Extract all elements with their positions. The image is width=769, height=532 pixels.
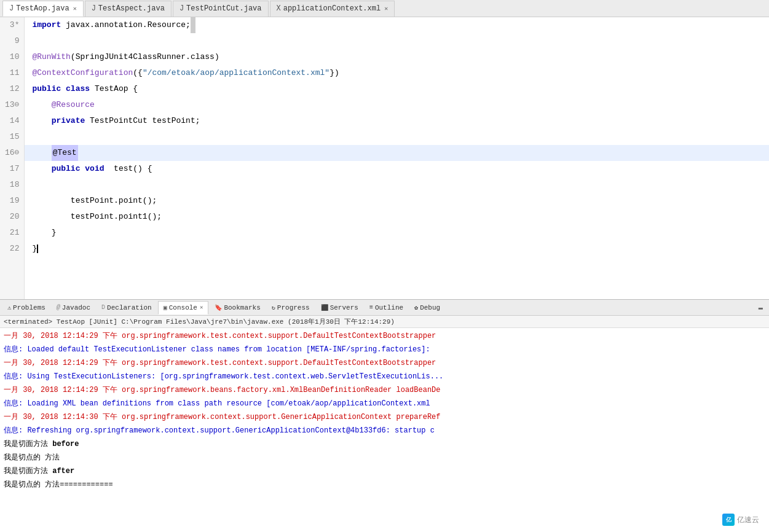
console-icon: ▣ [164, 304, 167, 311]
line-num-22: 22 [5, 241, 19, 257]
console-line-10: 我是切点的 方法 [0, 451, 769, 464]
console-line-4: 信息: Using TestExecutionListeners: [org.s… [0, 370, 769, 383]
tab-label-bookmarks: Bookmarks [224, 304, 260, 311]
line-num-19: 19 [5, 193, 19, 209]
code-area[interactable]: import javax.annotation.Resource; @RunWi… [25, 17, 769, 299]
console-line-1: 一月 30, 2018 12:14:29 下午 org.springframew… [0, 329, 769, 343]
code-line-13: @Resource [25, 97, 769, 113]
line-num-11: 11 [5, 65, 19, 81]
code-line-9 [25, 33, 769, 49]
java-file-icon: J [9, 4, 14, 13]
code-line-15 [25, 129, 769, 145]
tab-label-declaration: Declaration [107, 304, 152, 311]
tab-label-testPointCut: TestPointCut.java [186, 4, 261, 13]
tab-debug[interactable]: ✿ Debug [409, 301, 445, 315]
line-num-10: 10 [5, 49, 19, 65]
tab-bar: J TestAop.java ✕ J TestAspect.java J Tes… [0, 0, 769, 17]
console-tab-close[interactable]: ✕ [200, 304, 203, 311]
watermark-text: 亿速云 [737, 515, 759, 525]
horizontal-scrollbar[interactable]: ◀ [0, 299, 769, 300]
tab-close-testAop[interactable]: ✕ [73, 5, 77, 12]
tab-javadoc[interactable]: @ Javadoc [52, 301, 95, 315]
java-file-icon-2: J [92, 4, 96, 13]
progress-icon: ↻ [272, 304, 275, 311]
console-line-8: 信息: Refreshing org.springframework.conte… [0, 424, 769, 437]
code-line-21: } [25, 225, 769, 241]
tab-testAspect[interactable]: J TestAspect.java [85, 1, 172, 17]
code-line-16: @Test [25, 145, 769, 161]
tab-problems[interactable]: ⚠ Problems [2, 301, 50, 315]
console-output[interactable]: 一月 30, 2018 12:14:29 下午 org.springframew… [0, 328, 769, 532]
console-line-2: 信息: Loaded default TestExecutionListener… [0, 343, 769, 356]
code-line-19: testPoint.point(); [25, 193, 769, 209]
bookmarks-icon: 🔖 [215, 304, 222, 311]
tab-label-servers: Servers [330, 304, 358, 311]
debug-icon: ✿ [414, 304, 418, 311]
tab-label-appContext: applicationContext.xml [283, 4, 381, 13]
problems-icon: ⚠ [7, 304, 11, 311]
line-num-18: 18 [5, 177, 19, 193]
tab-testAop[interactable]: J TestAop.java ✕ [2, 1, 84, 17]
console-line-3: 一月 30, 2018 12:14:29 下午 org.springframew… [0, 356, 769, 370]
xml-file-icon: X [277, 4, 281, 13]
tab-appContext[interactable]: X applicationContext.xml ✕ [270, 1, 395, 17]
line-num-16: 16⊖ [5, 145, 19, 161]
console-line-6: 信息: Loading XML bean definitions from cl… [0, 397, 769, 410]
console-line-5: 一月 30, 2018 12:14:29 下午 org.springframew… [0, 383, 769, 397]
watermark: 亿 亿速云 [722, 514, 759, 526]
code-line-22: } [25, 241, 769, 257]
tab-close-appContext[interactable]: ✕ [384, 5, 388, 12]
javadoc-icon: @ [57, 304, 60, 311]
terminated-text: <terminated> TestAop [JUnit] C:\Program … [4, 317, 395, 326]
line-num-12: 12 [5, 81, 19, 97]
bottom-panel: ⚠ Problems @ Javadoc D Declaration ▣ Con… [0, 300, 769, 532]
tab-bookmarks[interactable]: 🔖 Bookmarks [210, 301, 265, 315]
tab-label-outline: Outline [375, 304, 403, 311]
tab-label-debug: Debug [420, 304, 440, 311]
line-numbers: 3* 9 10 11 12 13⊖ 14 15 16⊖ 17 18 19 20 … [0, 17, 25, 299]
tab-label-testAop: TestAop.java [16, 4, 69, 13]
tab-label-console: Console [169, 304, 197, 311]
code-line-3: import javax.annotation.Resource; [25, 17, 769, 33]
code-line-14: private TestPointCut testPoint; [25, 113, 769, 129]
line-num-15: 15 [5, 129, 19, 145]
tab-testPointCut[interactable]: J TestPointCut.java [173, 1, 269, 17]
code-line-17: public void test() { [25, 161, 769, 177]
servers-icon: ⬛ [321, 304, 328, 311]
line-num-3: 3* [5, 17, 19, 33]
declaration-icon: D [101, 304, 105, 311]
line-num-14: 14 [5, 113, 19, 129]
code-line-12: public class TestAop { [25, 81, 769, 97]
console-line-7: 一月 30, 2018 12:14:30 下午 org.springframew… [0, 410, 769, 424]
outline-icon: ≡ [369, 304, 373, 311]
line-num-13: 13⊖ [5, 97, 19, 113]
code-line-11: @ContextConfiguration({"/com/etoak/aop/a… [25, 65, 769, 81]
tab-label-problems: Problems [13, 304, 45, 311]
line-num-20: 20 [5, 209, 19, 225]
console-line-12: 我是切点的 方法============ [0, 478, 769, 491]
code-line-20: testPoint.point1(); [25, 209, 769, 225]
tab-console[interactable]: ▣ Console ✕ [158, 301, 209, 315]
bottom-tab-bar: ⚠ Problems @ Javadoc D Declaration ▣ Con… [0, 300, 769, 316]
line-num-17: 17 [5, 161, 19, 177]
tab-declaration[interactable]: D Declaration [97, 301, 157, 315]
java-file-icon-3: J [179, 4, 184, 13]
tab-label-testAspect: TestAspect.java [98, 4, 165, 13]
line-num-21: 21 [5, 225, 19, 241]
tab-servers[interactable]: ⬛ Servers [316, 301, 363, 315]
tab-progress[interactable]: ↻ Progress [267, 301, 315, 315]
minimize-panel-button[interactable]: ▬ [755, 302, 767, 313]
tab-label-progress: Progress [277, 304, 310, 311]
code-line-10: @RunWith(SpringJUnit4ClassRunner.class) [25, 49, 769, 65]
code-editor: 3* 9 10 11 12 13⊖ 14 15 16⊖ 17 18 19 20 … [0, 17, 769, 300]
line-num-9: 9 [5, 33, 19, 49]
console-line-9: 我是切面方法 before [0, 437, 769, 451]
tab-outline[interactable]: ≡ Outline [365, 301, 408, 315]
watermark-logo: 亿 [722, 514, 735, 526]
code-line-18 [25, 177, 769, 193]
tab-label-javadoc: Javadoc [62, 304, 90, 311]
terminated-bar: <terminated> TestAop [JUnit] C:\Program … [0, 316, 769, 328]
console-line-11: 我是切面方法 after [0, 464, 769, 478]
